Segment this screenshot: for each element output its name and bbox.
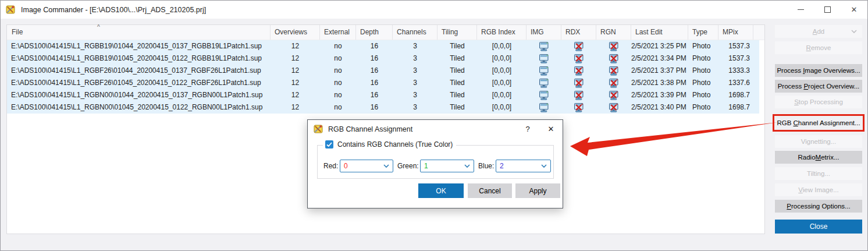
column-header-overviews[interactable]: Overviews <box>271 25 320 40</box>
cell-tiling: Tiled <box>437 89 477 101</box>
cell-mpix: 1698.7 <box>718 101 753 114</box>
cell-last-edit: 2/5/2021 3:25 PM <box>631 40 688 52</box>
blue-channel-value: 2 <box>496 162 504 170</box>
chevron-down-icon <box>851 30 857 33</box>
cell-depth: 16 <box>356 65 393 77</box>
rgb-channels-group: Contains RGB Channels (True Color) Red: … <box>317 145 554 179</box>
vignetting-button[interactable]: Vignetting... <box>775 135 862 148</box>
red-channel-select[interactable]: 0 <box>340 160 393 172</box>
cell-external: no <box>320 65 356 77</box>
processing-options-button[interactable]: Processing Options... <box>775 200 862 213</box>
blue-label: Blue: <box>478 160 494 172</box>
column-header-type[interactable]: Type <box>688 25 718 40</box>
group-label: Contains RGB Channels (True Color) <box>323 140 456 149</box>
button-label: Process Project Overview... <box>778 83 860 90</box>
sidebar: AddRemoveProcess Image Overviews...Proce… <box>775 25 862 234</box>
button-label: View Image... <box>798 186 838 193</box>
dialog-close-button[interactable]: ✕ <box>539 120 563 138</box>
rgb-channel-assignment-button[interactable]: RGB Channel Assignment... <box>775 116 862 129</box>
process-project-overview-button[interactable]: Process Project Overview... <box>775 80 862 93</box>
dialog-help-button[interactable]: ? <box>516 120 539 138</box>
red-label: Red: <box>323 160 338 172</box>
maximize-button[interactable] <box>814 1 841 19</box>
remove-button[interactable]: Remove <box>775 41 862 54</box>
add-button[interactable]: Add <box>775 25 862 38</box>
table-row[interactable]: E:\ADS100\041415\L1_RGBB19\01044_2020041… <box>7 40 759 52</box>
cell-rgb-index: [0,0,0] <box>477 65 527 77</box>
cell-rgn-icon <box>596 77 631 89</box>
cell-img-icon <box>527 77 561 89</box>
cell-type: Photo <box>688 89 718 101</box>
cell-external: no <box>320 89 356 101</box>
column-header-mpix[interactable]: MPix <box>718 25 753 40</box>
cell-rdx-icon <box>561 89 596 101</box>
cell-overviews: 12 <box>271 77 320 89</box>
workstation-icon <box>539 79 549 88</box>
table-row[interactable]: E:\ADS100\041415\L1_RGBN00\01044_2020041… <box>7 89 759 101</box>
green-channel-select[interactable]: 1 <box>420 160 474 172</box>
radiometrix-button[interactable]: RadioMetrix... <box>775 151 862 164</box>
button-label: Vignetting... <box>801 138 837 145</box>
cell-tiling: Tiled <box>437 77 477 89</box>
view-image-button[interactable]: View Image... <box>775 183 862 196</box>
close-window-button[interactable]: ✕ <box>841 1 867 19</box>
dialog-controls: ? ✕ <box>516 120 563 138</box>
cell-mpix: 1537.3 <box>718 52 753 65</box>
dialog-title: RGB Channel Assignment <box>328 125 412 133</box>
cell-last-edit: 2/5/2021 3:37 PM <box>631 65 688 77</box>
table-header: ^ FileOverviewsExternalDepthChannelsTili… <box>7 25 764 40</box>
close-button[interactable]: Close <box>775 220 862 234</box>
group-label-text: Contains RGB Channels (True Color) <box>337 140 453 149</box>
column-header-img_icon[interactable]: IMG <box>527 25 561 40</box>
red-channel-value: 0 <box>340 162 348 170</box>
workstation-error-icon <box>609 42 619 51</box>
process-image-overviews-button[interactable]: Process Image Overviews... <box>775 64 862 77</box>
table-row[interactable]: E:\ADS100\041415\L1_RGBF26\01044_2020041… <box>7 65 759 77</box>
button-label: Tilting... <box>807 170 830 177</box>
cell-file: E:\ADS100\041415\L1_RGBF26\01044_2020041… <box>7 65 271 77</box>
ok-button[interactable]: OK <box>418 183 464 198</box>
cell-file: E:\ADS100\041415\L1_RGBB19\01044_2020041… <box>7 40 271 52</box>
column-header-rdx_icon[interactable]: RDX <box>561 25 596 40</box>
column-header-last_edit[interactable]: Last Edit <box>631 25 688 40</box>
cell-rgn-icon <box>596 89 631 101</box>
maximize-icon <box>824 6 831 13</box>
cell-rgb-index: [0,0,0] <box>477 89 527 101</box>
column-header-file[interactable]: File <box>7 25 271 40</box>
column-header-rgn_icon[interactable]: RGN <box>596 25 631 40</box>
column-header-channels[interactable]: Channels <box>393 25 437 40</box>
cell-rgn-icon <box>596 40 631 52</box>
stop-processing-button[interactable]: Stop Processing <box>775 96 862 108</box>
column-header-rgb_index[interactable]: RGB Index <box>477 25 527 40</box>
workstation-icon <box>539 66 549 76</box>
dialog-app-icon <box>314 125 323 134</box>
blue-channel-select[interactable]: 2 <box>496 160 551 172</box>
workstation-icon <box>539 42 549 51</box>
workstation-icon <box>539 54 549 63</box>
cancel-button[interactable]: Cancel <box>468 183 512 198</box>
column-header-external[interactable]: External <box>320 25 356 40</box>
table-row[interactable]: E:\ADS100\041415\L1_RGBN00\01045_2020041… <box>7 101 759 114</box>
cell-img-icon <box>527 40 561 52</box>
column-header-depth[interactable]: Depth <box>356 25 393 40</box>
contains-rgb-checkbox[interactable] <box>325 140 333 149</box>
workstation-icon <box>539 103 549 112</box>
cell-last-edit: 2/5/2021 3:39 PM <box>631 89 688 101</box>
apply-button[interactable]: Apply <box>515 183 560 198</box>
cell-tiling: Tiled <box>437 40 477 52</box>
cell-external: no <box>320 52 356 65</box>
table-row[interactable]: E:\ADS100\041415\L1_RGBB19\01045_2020041… <box>7 52 759 65</box>
cell-rgn-icon <box>596 52 631 65</box>
cell-file: E:\ADS100\041415\L1_RGBN00\01045_2020041… <box>7 101 271 114</box>
column-header-tiling[interactable]: Tiling <box>437 25 477 40</box>
tilting-button[interactable]: Tilting... <box>775 167 862 180</box>
window-controls: ✕ <box>787 1 867 19</box>
cell-depth: 16 <box>356 77 393 89</box>
cell-last-edit: 2/5/2021 3:34 PM <box>631 52 688 65</box>
cell-depth: 16 <box>356 40 393 52</box>
cell-overviews: 12 <box>271 89 320 101</box>
table-row[interactable]: E:\ADS100\041415\L1_RGBF26\01045_2020041… <box>7 77 759 89</box>
chevron-down-icon <box>464 164 470 168</box>
checkmark-icon <box>326 142 332 147</box>
minimize-button[interactable] <box>787 1 814 19</box>
